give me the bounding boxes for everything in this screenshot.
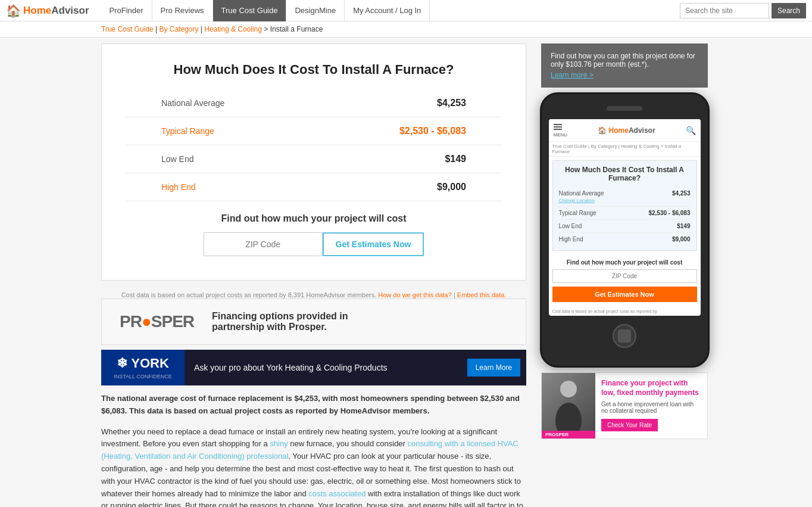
finance-ad: PROSPER Finance your project with low, f… — [541, 372, 708, 439]
york-learn-more-button[interactable]: Learn More — [467, 359, 520, 377]
phone-high-end: High End $9,000 — [559, 233, 691, 245]
breadcrumb-current: Install a Furnace — [270, 25, 323, 33]
breadcrumb-link-2[interactable]: By Category — [159, 25, 198, 33]
phone-typ-range-value: $2,530 - $6,083 — [648, 210, 690, 216]
search-area: Search — [680, 3, 806, 18]
logo-home: Home — [23, 5, 51, 17]
high-end-label: High End — [161, 182, 196, 192]
search-input[interactable] — [680, 3, 769, 18]
shiny-link[interactable]: shiny — [270, 439, 288, 448]
phone-search-icon[interactable]: 🔍 — [686, 126, 696, 135]
prosper-ad: PR●SPER Financing options provided in pa… — [101, 298, 526, 345]
phone-estimate-title: Find out how much your project will cost — [552, 259, 697, 266]
low-end-value: $149 — [445, 154, 466, 164]
breadcrumb-link-3[interactable]: Heating & Cooling — [204, 25, 262, 33]
phone-national-avg: National Average Change Location $4,253 — [559, 187, 691, 207]
footnote-link-1[interactable]: How do we get this data? — [378, 291, 452, 298]
phone-change-location[interactable]: Change Location — [559, 198, 595, 203]
phone-logo: 🏠 HomeAdvisor — [598, 126, 655, 135]
phone-high-value: $9,000 — [672, 236, 691, 242]
phone-low-label: Low End — [559, 223, 582, 229]
low-end-label: Low End — [161, 154, 193, 164]
body-strong-1: The national average cost of furnace rep… — [101, 394, 520, 415]
national-average-value: $4,253 — [437, 98, 466, 108]
york-body-text: Ask your pro about York Heating & Coolin… — [194, 363, 388, 372]
typical-range-row: Typical Range $2,530 - $6,083 — [126, 117, 502, 145]
finance-title: Finance your project with low, fixed mon… — [601, 379, 701, 397]
right-column: Find out how you can get this project do… — [538, 43, 711, 507]
national-average-label: National Average — [161, 98, 224, 108]
york-ad: ❄ YORK INSTALL CONFIDENCE Ask your pro a… — [101, 350, 526, 385]
header: 🏠 Home Advisor ProFinder Pro Reviews Tru… — [0, 0, 812, 21]
phone-menu-icon: MENU — [554, 123, 568, 138]
finance-text: Finance your project with low, fixed mon… — [595, 373, 707, 438]
phone-cost-box: How Much Does It Cost To Install A Furna… — [552, 160, 697, 251]
zip-input[interactable] — [204, 232, 323, 256]
estimate-section: Find out how much your project will cost… — [126, 201, 502, 262]
prosper-text-line2: partnership with Prosper. — [212, 322, 348, 332]
phone-typ-range-label: Typical Range — [559, 210, 596, 216]
house-icon: 🏠 — [6, 4, 21, 18]
nav-designmine[interactable]: DesignMine — [286, 0, 345, 21]
york-brand: YORK — [131, 356, 169, 371]
cost-footnote: Cost data is based on actual project cos… — [101, 287, 526, 298]
phone-low-end: Low End $149 — [559, 220, 691, 233]
york-snowflake-icon: ❄ — [117, 356, 127, 371]
estimate-inputs: Get Estimates Now — [126, 232, 502, 256]
typical-range-label: Typical Range — [161, 126, 214, 136]
high-end-value: $9,000 — [437, 182, 466, 192]
typical-range-value: $2,530 - $6,083 — [399, 126, 466, 136]
footnote-text: Cost data is based on actual project cos… — [121, 291, 377, 298]
prosper-logo: PR●SPER — [120, 312, 194, 331]
costs-link[interactable]: costs associated — [308, 489, 366, 498]
phone-mockup: MENU 🏠 HomeAdvisor 🔍 True Cost Guide | B… — [540, 92, 710, 368]
york-logo: ❄ YORK — [117, 356, 169, 371]
search-button[interactable]: Search — [772, 3, 806, 18]
get-estimates-button[interactable]: Get Estimates Now — [323, 232, 424, 256]
main-nav: ProFinder Pro Reviews True Cost Guide De… — [101, 0, 430, 21]
nav-true-cost[interactable]: True Cost Guide — [213, 0, 287, 21]
page-title: How Much Does It Cost To Install A Furna… — [126, 62, 502, 77]
phone-screen: MENU 🏠 HomeAdvisor 🔍 True Cost Guide | B… — [549, 119, 701, 316]
main-content: How Much Does It Cost To Install A Furna… — [0, 38, 812, 507]
phone-header: MENU 🏠 HomeAdvisor 🔍 — [549, 119, 701, 142]
phone-home-button-inner — [618, 329, 631, 343]
finance-body: Get a home improvement loan with no coll… — [601, 401, 701, 414]
body-para-1: The national average cost of furnace rep… — [101, 393, 526, 418]
breadcrumb: True Cost Guide | By Category | Heating … — [0, 21, 812, 38]
phone-home-button[interactable] — [613, 324, 636, 348]
finance-image: PROSPER — [542, 373, 595, 438]
phone-estimate-section: Find out how much your project will cost… — [549, 254, 701, 307]
left-column: How Much Does It Cost To Install A Furna… — [101, 43, 526, 507]
prosper-text-line1: Financing options provided in — [212, 311, 348, 322]
breadcrumb-sep-3: > — [264, 25, 270, 33]
phone-zip-input[interactable] — [552, 269, 697, 283]
york-subtitle: INSTALL CONFIDENCE — [114, 374, 172, 380]
phone-title: How Much Does It Cost To Install A Furna… — [559, 166, 691, 182]
side-ad-link[interactable]: Learn more > — [551, 71, 698, 79]
cost-box: How Much Does It Cost To Install A Furna… — [101, 43, 526, 281]
phone-high-label: High End — [559, 236, 583, 242]
hvac-link[interactable]: consulting with a licensed HVAC (Heating… — [101, 439, 519, 461]
national-average-row: National Average $4,253 — [126, 89, 502, 117]
phone-nat-avg-label: National Average — [559, 190, 604, 197]
phone-estimate-button[interactable]: Get Estimates Now — [552, 287, 697, 302]
finance-ad-inner: PROSPER Finance your project with low, f… — [542, 373, 707, 438]
svg-point-0 — [560, 381, 577, 397]
phone-typical-range: Typical Range $2,530 - $6,083 — [559, 207, 691, 220]
york-logo-box: ❄ YORK INSTALL CONFIDENCE — [101, 350, 185, 385]
prosper-ad-text: Financing options provided in partnershi… — [212, 311, 348, 332]
nav-profinder[interactable]: ProFinder — [101, 0, 152, 21]
footnote-link-2[interactable]: Embed this data. — [457, 291, 507, 298]
nav-account[interactable]: My Account / Log In — [345, 0, 430, 21]
prosper-dot: ● — [142, 312, 151, 331]
estimate-title: Find out how much your project will cost — [126, 213, 502, 224]
side-monthly-ad: Find out how you can get this project do… — [541, 43, 708, 88]
prosper-label: PROSPER — [542, 431, 595, 438]
nav-pro-reviews[interactable]: Pro Reviews — [152, 0, 213, 21]
finance-check-rate-button[interactable]: Check Your Rate — [601, 419, 658, 431]
logo: 🏠 Home Advisor — [6, 4, 89, 18]
breadcrumb-link-1[interactable]: True Cost Guide — [101, 25, 154, 33]
side-ad-text: Find out how you can get this project do… — [551, 52, 695, 69]
phone-nat-avg-value: $4,253 — [672, 190, 691, 203]
